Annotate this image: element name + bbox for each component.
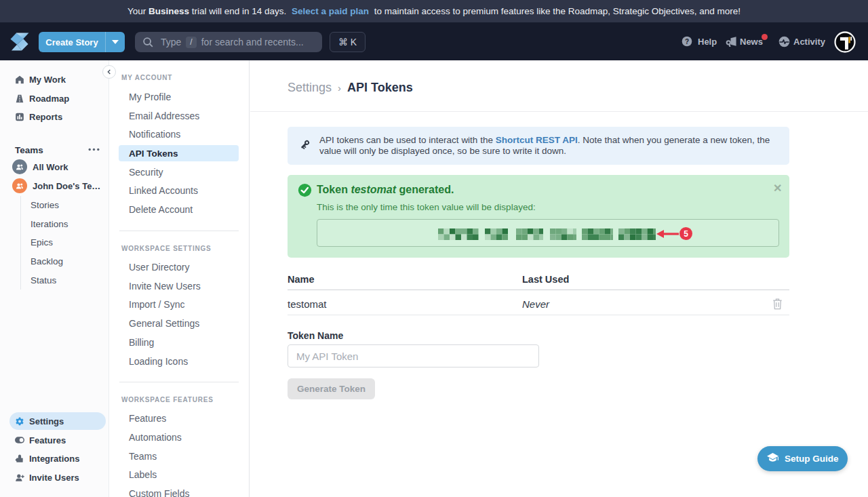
svg-text:?: ? — [685, 38, 689, 45]
